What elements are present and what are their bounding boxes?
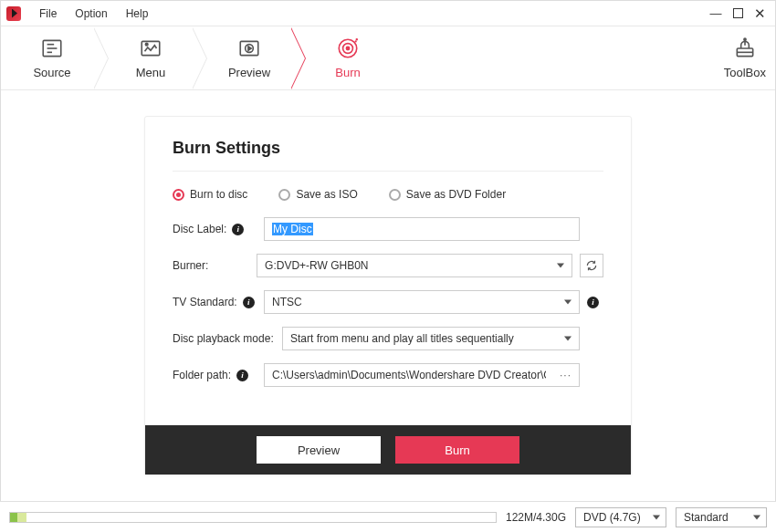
menubar: File Option Help — ✕ <box>1 1 775 26</box>
capacity-used-solid <box>10 513 17 522</box>
tab-menu-label: Menu <box>136 66 166 79</box>
tv-standard-label: TV Standard:i <box>173 296 264 308</box>
refresh-icon <box>585 259 598 272</box>
svg-point-18 <box>744 38 746 40</box>
step-tabs: Source Menu Preview Burn ToolBox <box>1 26 775 90</box>
status-bar: 122M/4.30G DVD (4.7G) Standard <box>0 501 776 532</box>
radio-label: Save as DVD Folder <box>406 188 506 201</box>
card-footer: Preview Burn <box>145 425 631 475</box>
menu-file[interactable]: File <box>30 7 66 20</box>
tab-burn-label: Burn <box>335 66 360 79</box>
burner-label: Burner: <box>173 259 257 272</box>
close-button[interactable]: ✕ <box>753 7 766 20</box>
tab-toolbox-label: ToolBox <box>724 66 766 79</box>
tv-standard-select[interactable]: NTSC <box>264 290 580 314</box>
window-controls: — ✕ <box>709 7 770 20</box>
minimize-button[interactable]: — <box>709 7 722 20</box>
chevron-down-icon <box>557 264 564 268</box>
svg-point-5 <box>145 43 148 46</box>
radio-save-as-iso[interactable]: Save as ISO <box>278 188 357 201</box>
info-icon[interactable]: i <box>236 370 248 381</box>
info-icon[interactable]: i <box>587 297 599 308</box>
folder-path-input[interactable]: C:\Users\admin\Documents\Wondershare DVD… <box>264 363 580 387</box>
tab-preview[interactable]: Preview <box>207 37 291 79</box>
source-icon <box>40 37 64 60</box>
info-icon[interactable]: i <box>243 297 255 308</box>
disc-label-label: Disc Label:i <box>173 223 264 235</box>
capacity-used-light <box>17 513 26 522</box>
chevron-down-icon <box>753 515 760 519</box>
chevron-icon <box>193 27 207 89</box>
quality-select[interactable]: Standard <box>676 507 767 527</box>
radio-save-as-dvd-folder[interactable]: Save as DVD Folder <box>389 188 506 201</box>
tab-preview-label: Preview <box>228 66 270 79</box>
page-title: Burn Settings <box>173 139 603 158</box>
tab-menu[interactable]: Menu <box>109 37 193 79</box>
svg-rect-4 <box>142 41 160 55</box>
capacity-text: 122M/4.30G <box>506 511 566 524</box>
app-icon <box>6 6 21 21</box>
menu-option[interactable]: Option <box>66 7 116 20</box>
refresh-burner-button[interactable] <box>580 254 603 277</box>
chevron-icon <box>94 27 109 89</box>
browse-ellipsis[interactable]: ··· <box>560 369 572 381</box>
divider <box>173 171 603 172</box>
svg-marker-8 <box>248 47 251 50</box>
radio-label: Save as ISO <box>296 188 357 201</box>
burn-mode-radio-group: Burn to disc Save as ISO Save as DVD Fol… <box>173 188 603 201</box>
svg-point-12 <box>355 40 357 42</box>
chevron-down-icon <box>653 515 660 519</box>
radio-label: Burn to disc <box>190 188 247 201</box>
tab-burn[interactable]: Burn <box>306 37 390 79</box>
svg-point-11 <box>346 47 349 49</box>
tab-source-label: Source <box>33 66 70 79</box>
burn-icon <box>336 37 360 60</box>
tab-toolbox[interactable]: ToolBox <box>724 37 766 79</box>
menu-help[interactable]: Help <box>117 7 158 20</box>
burn-settings-card: Burn Settings Burn to disc Save as ISO S… <box>144 116 632 475</box>
maximize-button[interactable] <box>731 7 744 20</box>
preview-icon <box>237 37 261 60</box>
disc-label-input[interactable]: My Disc <box>264 217 580 241</box>
toolbox-icon <box>733 37 757 60</box>
menu-icon <box>139 37 163 60</box>
info-icon[interactable]: i <box>232 224 244 235</box>
chevron-down-icon <box>564 300 572 305</box>
disc-type-select[interactable]: DVD (4.7G) <box>575 507 666 527</box>
burner-select[interactable]: G:DVD+-RW GHB0N <box>257 254 572 277</box>
chevron-down-icon <box>564 337 572 341</box>
folder-path-label: Folder path:i <box>173 369 264 381</box>
radio-burn-to-disc[interactable]: Burn to disc <box>173 188 247 201</box>
playback-mode-label: Disc playback mode: <box>173 332 282 345</box>
main-stage: Burn Settings Burn to disc Save as ISO S… <box>1 90 775 475</box>
preview-button[interactable]: Preview <box>257 436 381 464</box>
capacity-bar <box>9 512 497 523</box>
playback-mode-select[interactable]: Start from menu and play all titles sequ… <box>282 327 580 350</box>
burn-button[interactable]: Burn <box>395 436 519 464</box>
tab-source[interactable]: Source <box>10 37 94 79</box>
chevron-icon <box>291 27 306 89</box>
